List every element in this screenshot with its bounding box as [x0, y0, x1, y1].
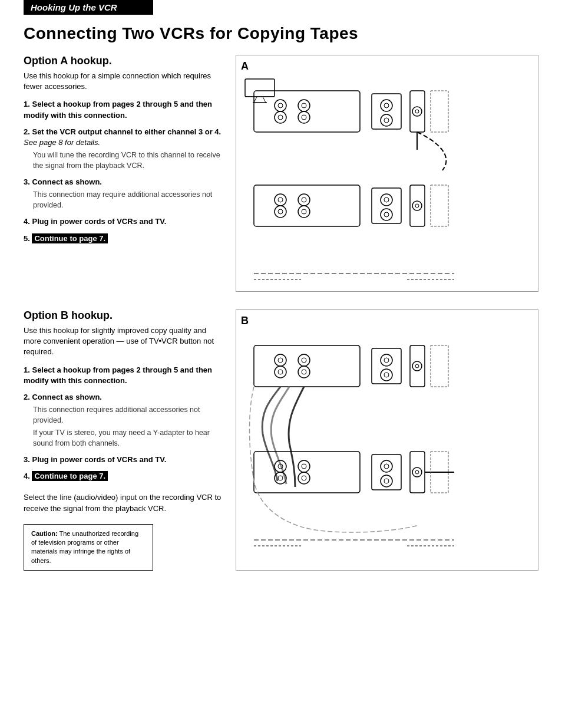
step-a1: 1. Select a hookup from pages 2 through … [24, 99, 224, 120]
svg-point-56 [384, 358, 389, 363]
svg-point-3 [298, 100, 310, 111]
svg-point-10 [381, 100, 392, 111]
svg-point-57 [381, 369, 392, 381]
svg-point-8 [302, 115, 306, 120]
svg-point-35 [415, 204, 419, 207]
svg-point-52 [302, 358, 306, 363]
page-title: Connecting Two VCRs for Copying Tapes [24, 24, 538, 43]
svg-point-48 [298, 354, 310, 366]
svg-point-79 [415, 470, 419, 474]
svg-point-27 [302, 209, 306, 214]
option-b-steps: 1. Select a hookup from pages 2 through … [24, 365, 224, 482]
svg-point-30 [384, 197, 389, 202]
step-a3: 3. Connect as shown. This connection may… [24, 177, 224, 210]
svg-point-24 [278, 197, 283, 202]
step-a2-italic: See page 8 for details. [24, 138, 100, 147]
svg-point-25 [278, 209, 283, 214]
svg-point-12 [381, 114, 392, 126]
option-b-left: Option B hookup. Use this hookup for sli… [24, 309, 224, 571]
svg-point-23 [298, 206, 310, 218]
svg-point-66 [298, 460, 310, 472]
step-a4-text: Plug in power cords of VCRs and TV. [32, 217, 166, 226]
step-a5: 5. Continue to page 7. [24, 233, 224, 244]
svg-point-15 [412, 107, 422, 116]
step-a3-bold: Connect as shown. [32, 177, 101, 186]
option-b-heading: Option B hookup. [24, 309, 224, 322]
svg-rect-62 [431, 345, 448, 387]
svg-point-60 [412, 361, 422, 371]
svg-point-58 [384, 373, 389, 377]
svg-point-1 [275, 100, 286, 111]
diagram-a-svg [242, 73, 466, 285]
svg-rect-19 [254, 185, 360, 226]
svg-point-61 [415, 364, 419, 368]
svg-point-47 [275, 366, 286, 378]
option-b-diagram: B [236, 309, 538, 571]
svg-point-20 [275, 194, 286, 206]
option-b-footer: Select the line (audio/video) input on t… [24, 492, 224, 515]
vcr-bottom [254, 185, 448, 226]
step-a2-bold: Set the VCR output channel to either cha… [32, 127, 221, 136]
option-a-intro: Use this hookup for a simple connection … [24, 71, 224, 92]
option-a-left: Option A hookup. Use this hookup for a s… [24, 55, 224, 292]
svg-point-69 [278, 476, 283, 480]
step-b2-indent1: This connection requires additional acce… [33, 405, 224, 426]
svg-point-55 [381, 354, 392, 366]
caution-label: Caution: [31, 530, 58, 537]
svg-point-78 [412, 467, 422, 477]
step-a2: 2. Set the VCR output channel to either … [24, 127, 224, 171]
option-b-label: B [241, 315, 249, 327]
option-b-section: Option B hookup. Use this hookup for sli… [24, 309, 538, 571]
page-wrapper: Hooking Up the VCR Connecting Two VCRs f… [0, 0, 562, 612]
option-b-intro: Use this hookup for slightly improved co… [24, 325, 224, 358]
svg-rect-18 [431, 91, 448, 132]
step-a1-text: Select a hookup from pages 2 through 5 a… [24, 100, 212, 119]
svg-point-73 [381, 460, 392, 472]
svg-point-49 [298, 366, 310, 378]
step-b2-bold: Connect as shown. [32, 393, 101, 401]
svg-point-22 [298, 194, 310, 206]
step-a3-indent: This connection may require additional a… [33, 190, 224, 210]
svg-rect-45 [254, 345, 360, 387]
vcr-b-top [254, 345, 448, 387]
svg-line-40 [263, 97, 266, 103]
step-b1: 1. Select a hookup from pages 2 through … [24, 365, 224, 386]
option-a-heading: Option A hookup. [24, 55, 224, 67]
vcr-top [254, 91, 448, 150]
step-b2: 2. Connect as shown. This connection req… [24, 392, 224, 449]
svg-point-51 [278, 370, 283, 374]
svg-point-75 [381, 475, 392, 487]
svg-point-16 [415, 110, 419, 113]
svg-point-13 [384, 118, 389, 123]
svg-point-6 [278, 115, 283, 120]
option-a-label: A [241, 60, 249, 73]
svg-point-31 [381, 209, 392, 220]
header-bar: Hooking Up the VCR [24, 0, 153, 15]
svg-point-26 [302, 197, 306, 202]
svg-point-21 [275, 206, 286, 218]
diagram-b-svg [242, 328, 466, 552]
svg-point-2 [275, 111, 286, 123]
svg-point-71 [302, 476, 306, 480]
step-a2-indent: You will tune the recording VCR to this … [33, 150, 224, 171]
option-a-diagram: A [236, 55, 538, 292]
step-b4: 4. Continue to page 7. [24, 471, 224, 482]
step-a4: 4. Plug in power cords of VCRs and TV. [24, 216, 224, 227]
svg-point-74 [384, 464, 389, 469]
step-b2-indent2: If your TV is stereo, you may need a Y-a… [33, 428, 224, 449]
svg-rect-36 [431, 185, 448, 226]
svg-point-32 [384, 212, 389, 217]
step-b1-text: Select a hookup from pages 2 through 5 a… [24, 365, 212, 385]
caution-box: Caution: The unauthorized recording of t… [24, 524, 153, 571]
svg-point-70 [302, 464, 306, 469]
option-a-steps: 1. Select a hookup from pages 2 through … [24, 99, 224, 243]
svg-point-29 [381, 194, 392, 206]
step-a5-highlight: Continue to page 7. [32, 233, 108, 243]
svg-point-7 [302, 103, 306, 108]
svg-point-11 [384, 103, 389, 108]
svg-point-50 [278, 358, 283, 363]
svg-rect-37 [245, 79, 275, 97]
svg-point-53 [302, 370, 306, 374]
header-title: Hooking Up the VCR [31, 2, 117, 12]
svg-point-76 [384, 479, 389, 483]
